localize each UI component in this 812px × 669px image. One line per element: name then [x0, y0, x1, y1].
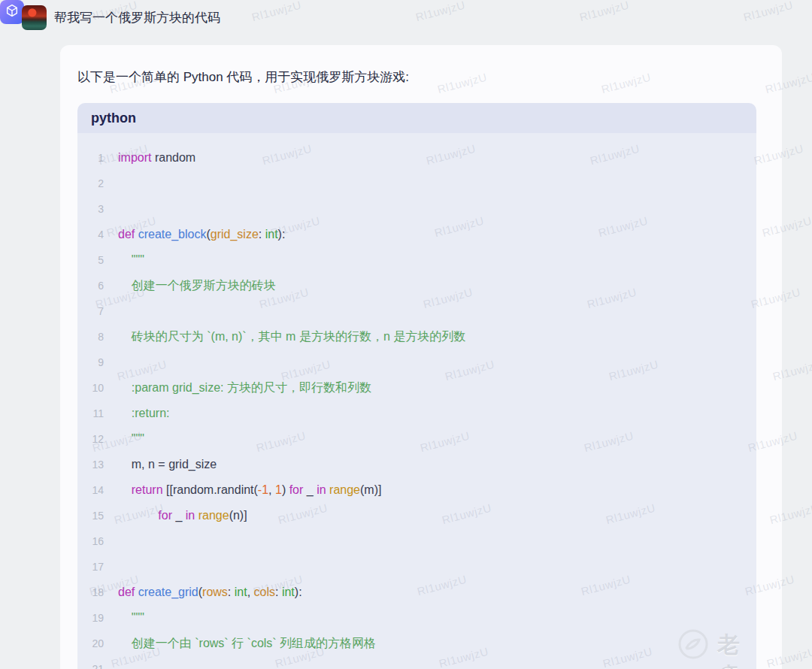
line-number: 13	[77, 459, 104, 471]
line-number: 2	[77, 177, 104, 189]
code-line-content: def create_block(grid_size: int):	[118, 228, 285, 241]
code-body[interactable]: 1import random234def create_block(grid_s…	[77, 133, 756, 669]
code-line: 4def create_block(grid_size: int):	[77, 222, 750, 247]
line-number: 14	[77, 484, 104, 496]
code-line: 9	[77, 350, 750, 375]
line-number: 5	[77, 254, 104, 266]
code-line: 5 """	[77, 247, 750, 273]
code-line-content: import random	[118, 151, 195, 165]
code-line: 19 """	[77, 605, 750, 631]
code-line-content: :param grid_size: 方块的尺寸，即行数和列数	[118, 380, 371, 396]
code-line: 13 m, n = grid_size	[77, 452, 750, 477]
code-line-content: return [[random.randint(-1, 1) for _ in …	[118, 483, 381, 497]
code-line: 10 :param grid_size: 方块的尺寸，即行数和列数	[77, 375, 750, 401]
line-number: 18	[77, 586, 104, 598]
line-number: 20	[77, 637, 104, 649]
assistant-avatar	[0, 0, 24, 24]
line-number: 7	[77, 305, 104, 317]
watermark-tile: Rl1uwjzU	[250, 0, 302, 23]
code-line-content: 创建一个由 `rows` 行 `cols` 列组成的方格网格	[118, 636, 376, 652]
line-number: 15	[77, 510, 104, 522]
code-line: 7	[77, 298, 750, 324]
code-line: 18def create_grid(rows: int, cols: int):	[77, 580, 750, 605]
code-line-content: def create_grid(rows: int, cols: int):	[118, 586, 302, 599]
code-line-content: for _ in range(n)]	[118, 509, 247, 522]
code-line: 20 创建一个由 `rows` 行 `cols` 列组成的方格网格	[77, 631, 750, 656]
line-number: 6	[77, 280, 104, 292]
line-number: 4	[77, 229, 104, 241]
code-line: 16	[77, 528, 750, 554]
line-number: 9	[77, 356, 104, 368]
code-line: 2	[77, 171, 750, 196]
line-number: 11	[77, 407, 104, 419]
code-block-header: python	[77, 103, 756, 133]
user-message-text: 帮我写一个俄罗斯方块的代码	[54, 9, 220, 27]
code-line: 1import random	[77, 145, 750, 171]
code-line: 14 return [[random.randint(-1, 1) for _ …	[77, 477, 750, 503]
line-number: 1	[77, 152, 104, 164]
code-line-content: """	[118, 253, 144, 267]
code-line: 15 for _ in range(n)]	[77, 503, 750, 528]
code-line: 11 :return:	[77, 401, 750, 426]
assistant-message-panel: 以下是一个简单的 Python 代码，用于实现俄罗斯方块游戏: python 1…	[60, 45, 782, 669]
line-number: 17	[77, 561, 104, 573]
code-line: 8 砖块的尺寸为 `(m, n)`，其中 m 是方块的行数，n 是方块的列数	[77, 324, 750, 350]
user-avatar	[22, 5, 47, 30]
code-line-content: m, n = grid_size	[118, 458, 217, 471]
line-number: 12	[77, 433, 104, 445]
line-number: 10	[77, 382, 104, 394]
line-number: 3	[77, 203, 104, 215]
code-line: 21	[77, 656, 750, 669]
code-block: python 1import random234def create_block…	[77, 103, 756, 669]
code-line-content: 砖块的尺寸为 `(m, n)`，其中 m 是方块的行数，n 是方块的列数	[118, 329, 465, 345]
code-line-content: """	[118, 611, 144, 625]
code-line-content: 创建一个俄罗斯方块的砖块	[118, 278, 276, 294]
code-language-label: python	[91, 110, 136, 126]
code-line-content: :return:	[118, 407, 169, 420]
line-number: 19	[77, 612, 104, 624]
line-number: 8	[77, 331, 104, 343]
line-number: 16	[77, 535, 104, 547]
code-line: 12 """	[77, 426, 750, 452]
assistant-intro-text: 以下是一个简单的 Python 代码，用于实现俄罗斯方块游戏:	[77, 68, 409, 86]
watermark-tile: Rl1uwjzU	[742, 0, 794, 23]
code-line-content: """	[118, 432, 144, 446]
line-number: 21	[77, 663, 104, 669]
code-line: 17	[77, 554, 750, 580]
code-line: 6 创建一个俄罗斯方块的砖块	[77, 273, 750, 298]
cube-logo-icon	[5, 3, 20, 21]
watermark-tile: Rl1uwjzU	[414, 0, 466, 23]
watermark-tile: Rl1uwjzU	[578, 0, 630, 23]
chat-page: { "user_message": { "text": "帮我写一个俄罗斯方块的…	[0, 0, 812, 669]
code-line: 3	[77, 196, 750, 222]
